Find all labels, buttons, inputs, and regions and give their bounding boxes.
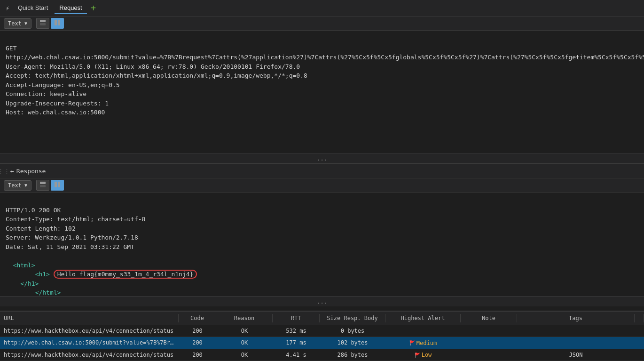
row2-reason: OK: [216, 338, 273, 347]
request-user-agent: User-Agent: Mozilla/5.0 (X11; Linux x86_…: [6, 63, 300, 70]
request-resize-handle[interactable]: ...: [0, 153, 644, 163]
row1-note: [461, 327, 517, 335]
response-toolbar: Text ▼: [0, 178, 644, 193]
col-note: Note: [461, 314, 517, 322]
request-toolbar: Text ▼: [0, 16, 644, 31]
bottom-panel: URL Code Reason RTT Size Resp. Body High…: [0, 311, 644, 361]
col-url: URL: [0, 314, 179, 322]
row2-extra: [635, 338, 644, 347]
request-upgrade: Upgrade-Insecure-Requests: 1: [6, 100, 109, 107]
request-accept-language: Accept-Language: en-US,en;q=0.5: [6, 81, 120, 88]
response-body: HTTP/1.0 200 OK Content-Type: text/html;…: [0, 193, 644, 296]
response-status-line: HTTP/1.0 200 OK: [6, 207, 61, 214]
table-row[interactable]: http://web.chal.csaw.io:5000/submit?valu…: [0, 337, 644, 349]
row3-tags: JSON: [517, 351, 635, 360]
table-row[interactable]: https://www.hackthebox.eu/api/v4/connect…: [0, 325, 644, 337]
row1-extra: [635, 327, 644, 335]
table-row[interactable]: https://www.hackthebox.eu/api/v4/connect…: [0, 349, 644, 361]
alert-badge-medium: 🚩 Medium: [409, 340, 437, 346]
row3-rtt: 4.41 s: [273, 351, 320, 360]
col-reason: Reason: [216, 314, 273, 322]
request-format-select[interactable]: Text ▼: [4, 18, 31, 29]
row1-code: 200: [179, 327, 216, 335]
row2-code: 200: [179, 338, 216, 347]
response-html-close: </html>: [6, 289, 61, 296]
request-section: Text ▼ GET http://web.chal.csaw.io:5000/…: [0, 16, 644, 153]
row2-url: http://web.chal.csaw.io:5000/submit?valu…: [0, 338, 179, 347]
lightning-icon: ⚡: [4, 4, 11, 12]
request-format-label: Text: [8, 20, 22, 27]
request-body: GET http://web.chal.csaw.io:5000/submit?…: [0, 31, 644, 153]
response-h1-close: </h1>: [6, 280, 39, 287]
col-alert: Highest Alert: [385, 314, 461, 322]
response-resize-handle[interactable]: ...: [0, 296, 644, 306]
response-html-open: <html>: [6, 262, 35, 269]
svg-rect-0: [40, 20, 46, 22]
row1-alert: [385, 327, 461, 335]
response-view-split-horizontal[interactable]: [36, 180, 49, 191]
row3-size: 286 bytes: [320, 351, 385, 360]
response-content-length: Content-Length: 102: [6, 225, 76, 232]
alert-badge-low: 🚩 Low: [415, 352, 432, 358]
chevron-down-icon: ▼: [24, 21, 27, 26]
request-url: http://web.chal.csaw.io:5000/submit?valu…: [6, 54, 644, 61]
svg-rect-5: [40, 185, 46, 187]
row2-note: [461, 338, 517, 347]
row1-url: https://www.hackthebox.eu/api/v4/connect…: [0, 327, 179, 335]
svg-rect-3: [58, 20, 60, 25]
row1-rtt: 532 ms: [273, 327, 320, 335]
response-content-type: Content-Type: text/html; charset=utf-8: [6, 216, 145, 223]
request-tab[interactable]: Request: [55, 2, 86, 14]
response-label: ← Response: [10, 168, 46, 175]
request-view-buttons: [36, 18, 64, 29]
request-accept: Accept: text/html,application/xhtml+xml,…: [6, 72, 307, 79]
svg-rect-4: [40, 182, 46, 184]
col-size: Size Resp. Body: [320, 314, 385, 322]
response-arrow: ←: [10, 168, 14, 175]
row1-tags: [517, 327, 635, 335]
row2-rtt: 177 ms: [273, 338, 320, 347]
row3-url: https://www.hackthebox.eu/api/v4/connect…: [0, 351, 179, 360]
response-drag-handle[interactable]: ⋮⋮: [0, 164, 8, 178]
svg-rect-1: [40, 23, 46, 25]
row2-tags: [517, 338, 635, 347]
request-connection: Connection: keep-alive: [6, 90, 86, 97]
top-toolbar: ⚡ Quick Start Request +: [0, 0, 644, 16]
table-header: URL Code Reason RTT Size Resp. Body High…: [0, 312, 644, 325]
svg-rect-7: [58, 182, 60, 187]
quick-start-tab[interactable]: Quick Start: [13, 2, 53, 14]
row3-extra: [635, 351, 644, 360]
response-h1-line: <h1> Hello flag{m0mmy_s33_1m_4_r34l_n1nj…: [6, 270, 197, 279]
response-format-select[interactable]: Text ▼: [4, 180, 31, 191]
add-tab-button[interactable]: +: [89, 3, 98, 13]
row1-size: 0 bytes: [320, 327, 385, 335]
row3-note: [461, 351, 517, 360]
svg-rect-6: [55, 182, 57, 187]
row3-code: 200: [179, 351, 216, 360]
svg-rect-2: [55, 20, 57, 25]
request-method: GET: [6, 45, 16, 52]
col-code: Code: [179, 314, 216, 322]
col-rtt: RTT: [273, 314, 320, 322]
response-body-blank: [6, 252, 9, 259]
chevron-down-icon-2: ▼: [24, 183, 27, 188]
row3-alert: 🚩 Low: [385, 351, 461, 360]
request-host: Host: web.chal.csaw.io:5000: [6, 109, 105, 116]
response-view-split-vertical[interactable]: [51, 180, 64, 191]
flag-highlight: Hello flag{m0mmy_s33_1m_4_r34l_n1nj4}: [54, 270, 197, 279]
request-view-split-horizontal[interactable]: [36, 18, 49, 29]
row1-reason: OK: [216, 327, 273, 335]
response-format-label: Text: [8, 182, 22, 189]
row2-size: 102 bytes: [320, 338, 385, 347]
response-server: Server: Werkzeug/1.0.1 Python/2.7.18: [6, 234, 138, 241]
response-date: Date: Sat, 11 Sep 2021 03:31:22 GMT: [6, 243, 134, 250]
row3-reason: OK: [216, 351, 273, 360]
response-section-header: ⋮⋮ ← Response: [0, 163, 644, 178]
response-view-buttons: [36, 180, 64, 191]
flag-icon-low: 🚩: [415, 353, 420, 358]
row2-alert: 🚩 Medium: [385, 338, 461, 347]
request-view-split-vertical[interactable]: [51, 18, 64, 29]
flag-icon-medium: 🚩: [409, 340, 415, 345]
col-tags: Tags: [517, 314, 635, 322]
col-extra: [635, 314, 644, 322]
